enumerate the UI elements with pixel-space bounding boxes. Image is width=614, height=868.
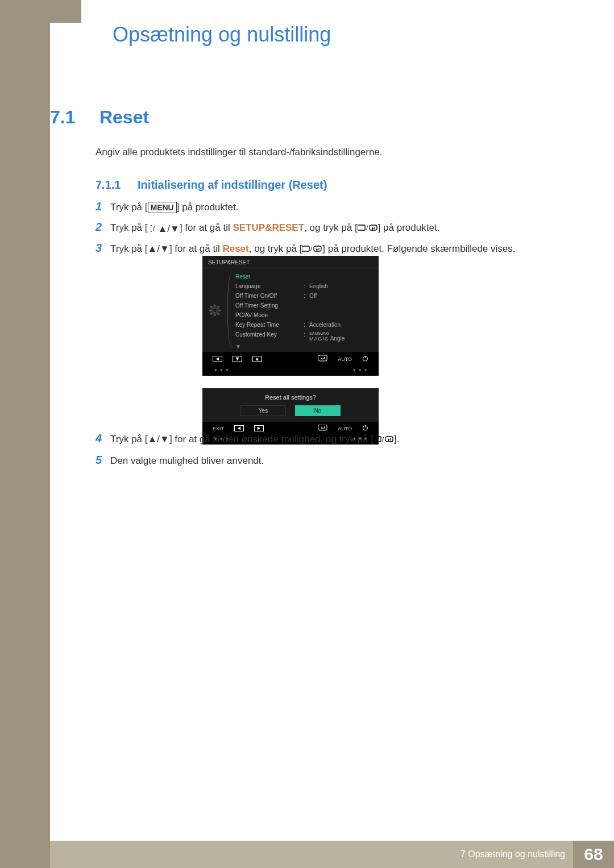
power-icon [362, 425, 368, 432]
sidebar-band [0, 0, 50, 868]
footer-chapter-text: 7 Opsætning og nulstilling [460, 849, 573, 859]
steps-list-lower: 4 Tryk på [▲/▼] for at gå til den ønsked… [96, 432, 567, 474]
svg-rect-4 [358, 225, 365, 230]
footer: 7 Opsætning og nulstilling 68 [50, 841, 614, 868]
osd-title: SETUP&RESET [202, 256, 379, 268]
svg-rect-14 [209, 310, 211, 311]
svg-rect-13 [214, 314, 215, 316]
header-band [50, 0, 81, 23]
osd-list: Reset Language:English Off Timer On/Off:… [227, 268, 379, 352]
svg-marker-0 [150, 225, 152, 226]
svg-rect-9 [314, 246, 321, 251]
subsection-title: Initialisering af indstillinger (Reset) [138, 178, 327, 191]
osd-item-customized-key: Customized Key:SAMSUNGMAGIC Angle [230, 330, 374, 343]
left-arrow-icon: ◄ [213, 356, 222, 362]
step-text: Tryk på [MENU] på produktet. [110, 200, 238, 215]
samsung-magic-angle: SAMSUNGMAGIC Angle [309, 331, 345, 342]
confirm-question: Reset all settings? [202, 388, 379, 405]
up-down-arrow-icon: ▲/▼ [148, 243, 169, 254]
svg-text:/: / [153, 225, 155, 232]
highlight-reset: Reset [222, 243, 248, 254]
section-description: Angiv alle produktets indstillinger til … [96, 147, 383, 158]
step-number: 1 [96, 200, 110, 213]
up-down-arrow-icon: /▲/▼ [148, 222, 180, 236]
subsection-number: 7.1.1 [96, 178, 121, 191]
svg-rect-15 [219, 310, 221, 311]
step-text: Tryk på [▲/▼] for at gå til Reset, og tr… [110, 242, 516, 258]
osd-item-off-timer-setting: Off Timer Setting [230, 301, 374, 310]
osd-item-reset: Reset [230, 272, 374, 281]
svg-point-11 [213, 309, 217, 312]
step-3: 3 Tryk på [▲/▼] for at gå til Reset, og … [96, 242, 567, 258]
osd-item-key-repeat-time: Key Repeat Time:Acceleration [230, 320, 374, 330]
source-enter-icon: / [302, 243, 322, 258]
osd-item-language: Language:English [230, 281, 374, 291]
enter-icon [318, 425, 327, 432]
left-arrow-icon: ◄ [234, 425, 244, 431]
osd-button-row: ◄ ▼ ▲ AUTO [202, 352, 379, 366]
step-number: 2 [96, 221, 110, 234]
step-number: 4 [96, 432, 110, 445]
auto-label: AUTO [338, 426, 352, 431]
power-icon [362, 355, 368, 363]
osd-screenshots: SETUP&RESET Reset Language:English Off T… [202, 256, 379, 445]
auto-label: AUTO [338, 356, 352, 362]
step-1: 1 Tryk på [MENU] på produktet. [96, 200, 567, 215]
svg-rect-6 [370, 225, 377, 230]
subsection-heading: 7.1.1 Initialisering af indstillinger (R… [96, 178, 327, 192]
steps-list: 1 Tryk på [MENU] på produktet. 2 Tryk på… [96, 200, 567, 263]
step-text: Den valgte mulighed bliver anvendt. [110, 454, 264, 468]
up-arrow-icon: ▲ [252, 356, 262, 362]
osd-setup-reset: SETUP&RESET Reset Language:English Off T… [202, 256, 379, 376]
yes-button: Yes [240, 405, 286, 416]
exit-label: EXIT [213, 426, 224, 431]
svg-rect-26 [374, 437, 381, 442]
svg-rect-23 [318, 425, 327, 430]
osd-item-pc-av-mode: PC/AV Mode [230, 310, 374, 320]
step-2: 2 Tryk på [/▲/▼] for at gå til SETUP&RES… [96, 221, 567, 236]
highlight-setup-reset: SETUP&RESET [233, 222, 304, 233]
menu-button-label: MENU [148, 202, 177, 213]
gear-icon [202, 268, 227, 352]
down-arrow-icon: ▼ [233, 356, 242, 362]
up-down-arrow-icon: ▲/▼ [148, 434, 169, 445]
svg-rect-12 [214, 304, 215, 306]
svg-rect-20 [318, 355, 327, 361]
source-enter-icon: / [374, 433, 394, 448]
enter-icon [318, 355, 327, 363]
osd-item-off-timer-on-off: Off Timer On/Off:Off [230, 291, 374, 301]
step-text: Tryk på [▲/▼] for at gå til den ønskede … [110, 432, 399, 448]
chapter-title: Opsætning og nulstilling [113, 23, 331, 47]
svg-rect-7 [302, 246, 309, 251]
svg-text:/: / [310, 246, 313, 252]
scroll-down-icon: ▼ [230, 343, 374, 350]
svg-text:/: / [366, 225, 368, 231]
right-arrow-icon: ► [254, 425, 264, 431]
section-heading: 7.1 Reset [50, 107, 149, 128]
step-5: 5 Den valgte mulighed bliver anvendt. [96, 454, 567, 468]
no-button: No [295, 405, 341, 416]
step-number: 5 [96, 454, 110, 467]
section-title: Reset [99, 107, 149, 127]
step-4: 4 Tryk på [▲/▼] for at gå til den ønsked… [96, 432, 567, 448]
svg-marker-1 [150, 231, 152, 232]
step-text: Tryk på [/▲/▼] for at gå til SETUP&RESET… [110, 221, 439, 236]
page-number: 68 [573, 841, 614, 868]
step-number: 3 [96, 242, 110, 255]
svg-text:/: / [382, 436, 384, 443]
svg-rect-28 [385, 437, 393, 442]
section-number: 7.1 [50, 107, 75, 127]
source-enter-icon: / [358, 222, 378, 236]
